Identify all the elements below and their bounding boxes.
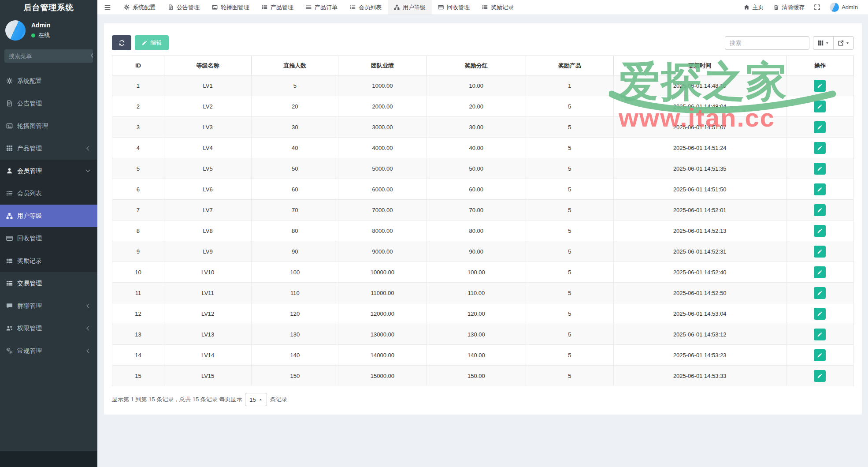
pencil-icon: [817, 228, 822, 233]
nav-clear-cache-button[interactable]: 清除缓存: [768, 0, 809, 15]
table-row: 3LV3303000.0030.0052025-06-01 14:51:07: [112, 117, 854, 138]
table-cell: 4000.00: [338, 138, 427, 158]
sidebar-item-system-config[interactable]: 系统配置: [0, 70, 97, 92]
export-dropdown-button[interactable]: [833, 36, 854, 50]
table-search-input[interactable]: [725, 36, 809, 50]
table-row: 11LV1111011000.00110.0052025-06-01 14:52…: [112, 283, 854, 303]
table-cell: 12: [112, 303, 164, 324]
table-cell: 6: [112, 179, 164, 200]
tab-reward-log[interactable]: 奖励记录: [476, 0, 520, 15]
column-header: 直推人数: [252, 56, 338, 75]
listdot-icon: [350, 4, 356, 10]
sidebar-item-member-list[interactable]: 会员列表: [0, 182, 97, 205]
sidebar-item-user-level[interactable]: 用户等级: [0, 205, 97, 227]
column-header: 奖励分红: [427, 56, 526, 75]
table-cell: 5: [526, 96, 614, 117]
pencil-icon: [817, 270, 822, 275]
row-edit-button[interactable]: [814, 266, 826, 278]
table-card: 编辑 ID等级名称直推人数团队业绩奖励分红奖励产品更新时间操作1LV151000…: [104, 23, 862, 415]
table-cell: 2025-06-01 14:52:40: [613, 262, 786, 283]
nav-home-button[interactable]: 主页: [739, 0, 768, 15]
row-edit-button[interactable]: [814, 287, 826, 299]
sidebar-search-input[interactable]: [4, 49, 91, 63]
page-size-dropdown[interactable]: 15: [245, 393, 267, 406]
tab-notice-mgmt[interactable]: 公告管理: [162, 0, 206, 15]
row-edit-button[interactable]: [814, 142, 826, 154]
tab-product-mgmt[interactable]: 产品管理: [256, 0, 300, 15]
table-cell: 2025-06-01 14:51:24: [613, 138, 786, 158]
sidebar-item-reward-log[interactable]: 奖励记录: [0, 250, 97, 272]
sidebar-item-groupchat-mgmt[interactable]: 群聊管理: [0, 295, 97, 317]
table-cell: 1000.00: [338, 75, 427, 96]
row-edit-button[interactable]: [814, 370, 826, 382]
image-icon: [212, 4, 218, 10]
table-cell: 80.00: [427, 220, 526, 241]
chevron-left-icon: [85, 326, 90, 331]
row-edit-button[interactable]: [814, 349, 826, 361]
table-cell: 90: [252, 241, 338, 262]
edit-button[interactable]: 编辑: [135, 35, 169, 50]
row-edit-button[interactable]: [814, 80, 826, 92]
tab-user-level[interactable]: 用户等级: [388, 0, 432, 15]
tab-product-order[interactable]: 产品订单: [300, 0, 344, 15]
row-edit-button[interactable]: [814, 308, 826, 320]
table-cell: 5: [252, 75, 338, 96]
refresh-button[interactable]: [112, 35, 131, 50]
table-cell: 4: [112, 138, 164, 158]
table-cell: LV1: [164, 75, 252, 96]
table-cell: 10: [112, 262, 164, 283]
nav-fullscreen-button[interactable]: [809, 0, 825, 15]
tab-carousel-mgmt[interactable]: 轮播图管理: [206, 0, 256, 15]
row-edit-button[interactable]: [814, 101, 826, 112]
sidebar-toggle-button[interactable]: [97, 0, 118, 15]
nav-account-button[interactable]: Admin: [825, 0, 863, 15]
pencil-icon: [817, 166, 822, 171]
table-cell-actions: [786, 303, 853, 324]
sidebar-item-permission-mgmt[interactable]: 权限管理: [0, 317, 97, 340]
table-cell: 5: [526, 366, 614, 386]
user-status-label: 在线: [38, 31, 50, 39]
row-edit-button[interactable]: [814, 225, 826, 237]
expand-icon: [814, 4, 820, 10]
table-header-row: ID等级名称直推人数团队业绩奖励分红奖励产品更新时间操作: [112, 56, 854, 75]
table-cell: 2: [112, 96, 164, 117]
sidebar-item-member-mgmt[interactable]: 会员管理: [0, 160, 97, 182]
table-cell: 12000.00: [338, 303, 427, 324]
table-row: 13LV1313013000.00130.0052025-06-01 14:53…: [112, 324, 854, 345]
row-edit-button[interactable]: [814, 163, 826, 175]
row-edit-button[interactable]: [814, 183, 826, 195]
table-row: 6LV6606000.0060.0052025-06-01 14:51:50: [112, 179, 854, 200]
table-cell: 2025-06-01 14:48:10: [613, 75, 786, 96]
sidebar-item-notice-mgmt[interactable]: 公告管理: [0, 92, 97, 115]
table-cell: 1: [526, 75, 614, 96]
table-cell: 2025-06-01 14:51:50: [613, 179, 786, 200]
table-cell: 5: [526, 283, 614, 303]
table-cell: 70: [252, 200, 338, 220]
pencil-icon: [817, 83, 822, 88]
table-cell: 10000.00: [338, 262, 427, 283]
sidebar-item-trade-mgmt[interactable]: 交易管理: [0, 272, 97, 295]
table-cell: LV5: [164, 158, 252, 179]
row-edit-button[interactable]: [814, 204, 826, 216]
row-edit-button[interactable]: [814, 121, 826, 133]
table-cell: 60.00: [427, 179, 526, 200]
row-edit-button[interactable]: [814, 246, 826, 258]
sidebar-item-general-mgmt[interactable]: 常规管理: [0, 340, 97, 362]
thlist-icon: [482, 4, 488, 10]
tab-system-config[interactable]: 系统配置: [118, 0, 162, 15]
sidebar-item-carousel-mgmt[interactable]: 轮播图管理: [0, 115, 97, 137]
columns-dropdown-button[interactable]: [813, 36, 834, 50]
sidebar-search-button[interactable]: [91, 49, 93, 63]
sidebar-item-product-mgmt[interactable]: 产品管理: [0, 137, 97, 160]
sidebar-item-label: 公告管理: [17, 100, 91, 108]
row-edit-button[interactable]: [814, 329, 826, 340]
sidebar-item-recycle-mgmt[interactable]: 回收管理: [0, 227, 97, 250]
table-row: 10LV1010010000.00100.0052025-06-01 14:52…: [112, 262, 854, 283]
table-cell: 13: [112, 324, 164, 345]
image-icon: [6, 123, 13, 129]
tab-recycle-mgmt[interactable]: 回收管理: [432, 0, 476, 15]
tab-member-list[interactable]: 会员列表: [344, 0, 388, 15]
user-name: Admin: [31, 22, 51, 29]
table-cell: 80: [252, 220, 338, 241]
table-cell: 5: [526, 345, 614, 366]
